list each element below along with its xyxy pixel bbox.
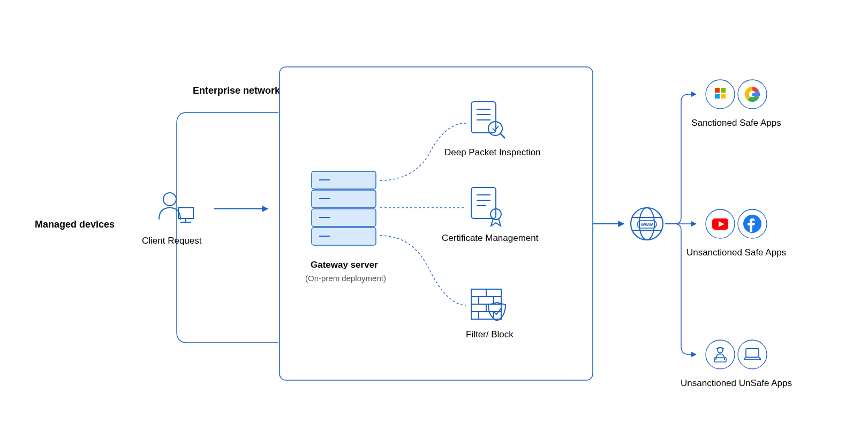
- firewall-icon: [471, 289, 505, 321]
- unsanctioned-safe-apps: Unsanctioned Safe Apps: [686, 209, 786, 258]
- svg-rect-12: [471, 102, 496, 133]
- svg-point-0: [163, 193, 176, 206]
- office-icon: [706, 80, 735, 109]
- enterprise-network-title: Enterprise network: [193, 85, 281, 96]
- filter-label: Filter/ Block: [466, 329, 514, 339]
- left-bracket: [177, 112, 278, 343]
- cert-label: Certificate Management: [442, 233, 539, 243]
- svg-rect-41: [715, 94, 720, 99]
- conn-filter: [380, 236, 466, 305]
- server-icon: [312, 171, 376, 245]
- user-workstation-icon: [159, 193, 193, 222]
- unsanctioned-unsafe-apps: Unsanctioned UnSafe Apps: [681, 340, 792, 388]
- architecture-diagram: Managed devices Client Request Enterpris…: [0, 0, 868, 438]
- laptop-icon: [738, 340, 767, 369]
- branch-bot: [665, 224, 696, 354]
- svg-line-17: [500, 133, 505, 138]
- globe-www-icon: WWW: [631, 208, 663, 240]
- unsanctioned-safe-label: Unsanctioned Safe Apps: [686, 247, 786, 258]
- unsanctioned-unsafe-label: Unsanctioned UnSafe Apps: [681, 378, 792, 388]
- inspection-icon: [471, 102, 505, 138]
- svg-rect-26: [471, 312, 501, 319]
- gateway-server-title: Gateway server: [311, 260, 378, 270]
- client-request-label: Client Request: [142, 236, 202, 246]
- hacker-icon: [706, 340, 735, 369]
- branch-top: [665, 94, 696, 224]
- svg-text:WWW: WWW: [641, 222, 653, 227]
- sanctioned-safe-label: Sanctioned Safe Apps: [691, 118, 781, 128]
- sanctioned-safe-apps: Sanctioned Safe Apps: [691, 80, 781, 128]
- certificate-icon: [471, 187, 501, 226]
- svg-rect-18: [471, 187, 496, 218]
- svg-rect-39: [715, 88, 720, 93]
- svg-rect-42: [721, 94, 726, 99]
- svg-rect-43: [752, 93, 760, 96]
- dpi-label: Deep Packet Inspection: [444, 147, 541, 157]
- managed-devices-label: Managed devices: [35, 219, 115, 230]
- gateway-server-subtitle: (On-prem deployment): [305, 274, 386, 283]
- svg-rect-40: [721, 88, 726, 93]
